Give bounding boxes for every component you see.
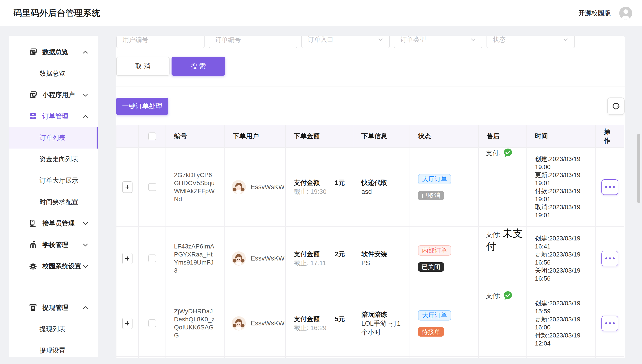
- chevron-down-icon: [82, 92, 88, 98]
- user-avatar: [232, 180, 246, 194]
- time-line: 创建:2023/03/19 19:00: [535, 155, 587, 171]
- table-cell-expand: [116, 148, 139, 227]
- expand-row-button[interactable]: [122, 253, 132, 264]
- partial-row-cell: [596, 357, 624, 358]
- sidebar-item-withdrawal-management[interactable]: 提现管理: [9, 297, 98, 318]
- row-checkbox[interactable]: [148, 183, 156, 191]
- sidebar-item-label: 学校管理: [42, 240, 68, 249]
- sidebar: 数据总览 数据总览 小程序用户 订单管理 订单列表 资金走向列表 订单大厅展示 …: [9, 36, 98, 357]
- table-cell-expand: [116, 290, 139, 357]
- partial-row-cell: [139, 357, 166, 358]
- chevron-down-icon: [82, 242, 88, 248]
- order-id-input[interactable]: [209, 36, 297, 48]
- partial-row-cell: [410, 357, 479, 358]
- sidebar-item-label: 时间要求配置: [40, 198, 78, 206]
- sidebar-item-order-hall-display[interactable]: 订单大厅展示: [9, 170, 98, 191]
- row-checkbox[interactable]: [148, 254, 156, 262]
- table-cell-time: 创建:2023/03/19 19:00 更新:2023/03/19 19:01 …: [527, 148, 596, 227]
- table-cell-expand: [116, 227, 139, 290]
- section-divider: [116, 86, 625, 87]
- table-cell-aftersale: 支付:: [479, 290, 527, 357]
- user-id-input[interactable]: [116, 36, 204, 48]
- header-time: 时间: [527, 125, 596, 148]
- table-cell-info: 软件安装 PS: [353, 227, 410, 290]
- table-cell-aftersale: 支付: 未支付: [479, 227, 527, 290]
- status-select[interactable]: 状态: [486, 36, 575, 48]
- chevron-up-icon: [82, 305, 88, 311]
- info-desc: LOL手游 -打1个小时: [362, 319, 402, 337]
- row-actions-button[interactable]: [602, 316, 618, 331]
- header-expand-column: [116, 125, 139, 148]
- cancel-button[interactable]: 取 消: [116, 57, 170, 76]
- search-button[interactable]: 搜 索: [172, 57, 225, 76]
- sidebar-item-label: 校园系统设置: [42, 262, 81, 271]
- sidebar-item-data-overview[interactable]: 数据总览: [9, 63, 98, 84]
- id-card-icon: [29, 48, 37, 56]
- sidebar-item-mini-program-users[interactable]: 小程序用户: [9, 84, 98, 106]
- table-cell-amount: 支付金额2元 截止: 17:11: [286, 227, 353, 290]
- expand-row-button[interactable]: [122, 318, 132, 329]
- row-actions-button[interactable]: [602, 179, 618, 195]
- status-placeholder: 状态: [493, 36, 506, 44]
- gear-icon: [29, 262, 37, 270]
- table-cell-aftersale: 支付:: [479, 148, 527, 227]
- order-entry-select[interactable]: 订单入口: [301, 36, 390, 48]
- sidebar-item-courier-management[interactable]: 接单员管理: [9, 213, 98, 234]
- sidebar-item-fund-flow-list[interactable]: 资金走向列表: [9, 148, 98, 170]
- refresh-button[interactable]: [607, 98, 624, 115]
- header-info: 下单信息: [353, 125, 410, 148]
- amount-label: 支付金额: [294, 250, 320, 258]
- order-type-select[interactable]: 订单类型: [394, 36, 482, 48]
- table-cell-action: [596, 148, 624, 227]
- sidebar-item-order-list[interactable]: 订单列表: [9, 127, 98, 148]
- header-amount: 下单金额: [286, 125, 353, 148]
- info-desc: PS: [362, 258, 370, 268]
- order-type-placeholder: 订单类型: [400, 36, 426, 44]
- time-line: 付款:2023/03/19 12:04: [535, 332, 587, 348]
- time-line: 取消:2023/03/19 19:01: [535, 203, 587, 219]
- header-select-column: [139, 125, 166, 148]
- sidebar-item-order-management[interactable]: 订单管理: [9, 106, 98, 127]
- user-avatar[interactable]: [619, 7, 632, 20]
- table-cell-select: [139, 290, 166, 357]
- header-id: 编号: [166, 125, 225, 148]
- expand-row-button[interactable]: [122, 181, 132, 193]
- table-cell-action: [596, 227, 624, 290]
- sidebar-item-withdrawal-list[interactable]: 提现列表: [9, 318, 98, 340]
- header-aftersale: 售后: [479, 125, 527, 148]
- status-tag: 待接单: [418, 327, 444, 336]
- sidebar-item-time-requirement-config[interactable]: 时间要求配置: [9, 191, 98, 213]
- chevron-down-icon: [378, 37, 384, 42]
- school-icon: [29, 241, 37, 249]
- info-title: 软件安装: [362, 250, 387, 258]
- header-action: 操作: [596, 125, 624, 148]
- table-cell-select: [139, 227, 166, 290]
- ellipsis-icon: [605, 258, 607, 260]
- chevron-down-icon: [470, 37, 476, 42]
- user-avatar: [232, 316, 246, 330]
- withdraw-icon: [29, 304, 37, 312]
- sidebar-item-withdrawal-settings[interactable]: 提现设置: [9, 340, 98, 357]
- wechat-pay-icon: [503, 148, 513, 158]
- table-cell-info: 快递代取 asd: [353, 148, 410, 227]
- table-cell-time: 创建:2023/03/19 15:59 更新:2023/03/19 16:00 …: [527, 290, 596, 357]
- row-actions-button[interactable]: [602, 251, 618, 266]
- partial-row-cell: [166, 357, 225, 358]
- batch-process-button[interactable]: 一键订单处理: [116, 98, 168, 115]
- sidebar-item-campus-system-settings[interactable]: 校园系统设置: [9, 256, 98, 277]
- partial-row-cell: [353, 357, 410, 358]
- sidebar-item-label: 提现设置: [40, 346, 65, 355]
- page-scrollbar[interactable]: [637, 134, 640, 203]
- order-id-text: 2G7kDLyCP6GHDCV5SbquWMlAkZFFpWNd: [174, 171, 216, 203]
- select-all-checkbox[interactable]: [148, 132, 156, 140]
- time-line: 付款:2023/03/19 19:01: [535, 187, 587, 203]
- ellipsis-icon: [605, 322, 607, 324]
- sidebar-item-school-management[interactable]: 学校管理: [9, 234, 98, 256]
- row-checkbox[interactable]: [148, 320, 156, 327]
- amount-value: 5元: [335, 314, 345, 324]
- status-tag: 大厅订单: [418, 310, 451, 320]
- id-card-icon: [29, 91, 37, 99]
- sidebar-item-data-overview-group[interactable]: 数据总览: [9, 42, 98, 63]
- chevron-down-icon: [82, 264, 88, 269]
- partial-row-cell: [479, 357, 527, 358]
